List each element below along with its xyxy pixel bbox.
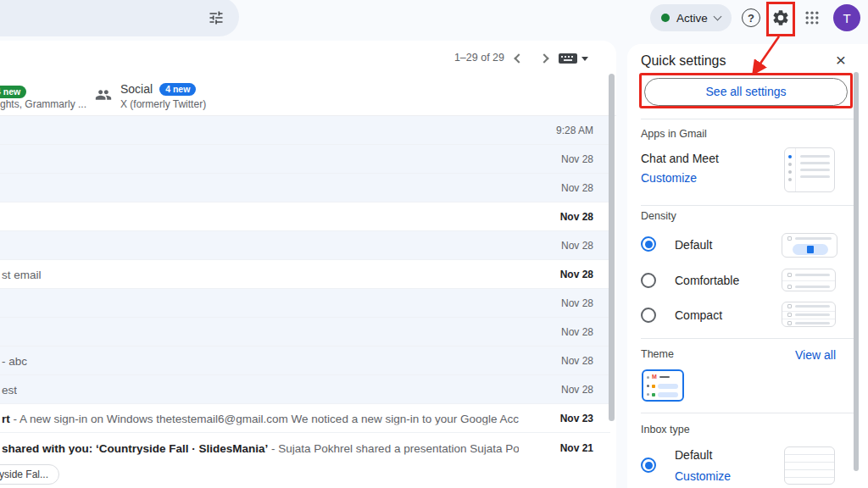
older-page-button[interactable]: [537, 51, 553, 66]
inbox-default-label[interactable]: Default: [675, 448, 712, 462]
quick-settings-panel: Quick settings × See all settings Apps i…: [627, 44, 868, 488]
doc-icon: [807, 246, 814, 253]
email-date: Nov 28: [561, 355, 593, 367]
inbox-tabs: 4 new ghts, Grammarly ... Social 4 new X…: [0, 76, 616, 116]
quick-settings-title: Quick settings: [641, 53, 726, 69]
divider: [641, 119, 854, 119]
tab-social-new-badge: 4 new: [159, 83, 196, 96]
input-tools-keyboard-icon[interactable]: [558, 52, 578, 65]
tab-updates-partial[interactable]: 4 new: [0, 83, 26, 98]
chevron-right-icon: [539, 53, 548, 63]
inbox-customize-link[interactable]: Customize: [675, 469, 731, 483]
tab-new-badge: 4 new: [0, 86, 26, 98]
tune-filters-icon[interactable]: [208, 9, 225, 26]
app-icon-mini: [652, 393, 655, 396]
email-row[interactable]: Nov 28: [0, 318, 610, 347]
close-icon[interactable]: ×: [829, 48, 853, 72]
density-comfortable-thumbnail[interactable]: [782, 269, 836, 291]
tab-social-label: Social: [120, 82, 153, 96]
pagination-range: 1–29 of 29: [414, 52, 504, 64]
panel-scrollbar[interactable]: [854, 72, 859, 471]
chevron-down-icon: [713, 13, 721, 21]
chat-status-selector[interactable]: Active: [650, 4, 732, 31]
status-label: Active: [676, 12, 708, 25]
email-row[interactable]: st emailNov 28: [0, 260, 610, 289]
email-date: Nov 28: [561, 240, 593, 252]
email-list-scrollbar[interactable]: [609, 74, 615, 421]
chat-and-meet-label: Chat and Meet: [641, 152, 719, 165]
density-default-thumbnail[interactable]: [782, 233, 837, 258]
inbox-default-thumbnail[interactable]: [784, 446, 835, 485]
tab-updates-subtitle: ghts, Grammarly ...: [0, 98, 86, 110]
radio-density-comfortable[interactable]: [641, 273, 656, 288]
email-row[interactable]: 9:28 AM: [0, 116, 610, 145]
gmail-logo-mini: M: [652, 374, 657, 380]
search-bar[interactable]: [0, 0, 239, 36]
tab-social[interactable]: Social 4 new: [120, 82, 196, 96]
newer-page-button[interactable]: [509, 51, 525, 66]
divider: [641, 338, 854, 339]
apps-in-gmail-section-label: Apps in Gmail: [641, 128, 707, 140]
density-section-label: Density: [641, 210, 676, 222]
email-date: Nov 28: [561, 384, 593, 396]
email-row[interactable]: shared with you: ‘Countryside Fall · Sli…: [0, 433, 610, 488]
radio-density-default[interactable]: [641, 236, 656, 252]
email-date: Nov 28: [560, 269, 593, 280]
chat-meet-preview-thumbnail[interactable]: [784, 147, 835, 192]
email-date: Nov 28: [561, 182, 593, 194]
email-row[interactable]: rt - A new sign-in on Windows thetestema…: [0, 404, 610, 433]
thumbnail-rail: [785, 148, 796, 191]
pencil-icon-mini: [652, 385, 655, 388]
divider: [641, 413, 854, 413]
theme-light-thumbnail-selected[interactable]: M: [642, 369, 684, 402]
email-row[interactable]: Nov 28: [0, 289, 610, 318]
density-default-label[interactable]: Default: [675, 238, 712, 252]
density-compact-thumbnail[interactable]: [782, 302, 836, 327]
email-date: Nov 23: [560, 413, 593, 424]
selected-row-preview: [793, 244, 828, 255]
thumbnail-lines: [796, 148, 834, 191]
email-date: Nov 21: [560, 442, 593, 454]
email-list-pane: 1–29 of 29 4 new ghts, Grammarly ... Soc…: [0, 41, 616, 488]
apps-customize-link[interactable]: Customize: [641, 171, 697, 185]
tab-social-subtitle: X (formerly Twitter): [120, 98, 206, 110]
email-row[interactable]: Nov 28: [0, 202, 610, 231]
email-row[interactable]: Nov 28: [0, 231, 610, 260]
inbox-type-section-label: Inbox type: [641, 424, 690, 435]
attachment-chip[interactable]: yside Fal...: [0, 464, 59, 485]
radio-density-compact[interactable]: [641, 308, 656, 323]
people-icon: [95, 86, 112, 103]
density-compact-label[interactable]: Compact: [675, 308, 722, 322]
email-date: Nov 28: [560, 211, 593, 223]
annotation-box-gear: [766, 2, 795, 36]
theme-view-all-link[interactable]: View all: [795, 348, 836, 362]
chevron-left-icon: [514, 53, 523, 63]
email-row[interactable]: Nov 28: [0, 145, 610, 174]
email-date: Nov 28: [561, 153, 593, 165]
google-apps-grid-icon[interactable]: [804, 9, 821, 26]
divider: [641, 205, 854, 206]
email-row[interactable]: Nov 28: [0, 174, 610, 202]
input-tools-dropdown-caret[interactable]: [581, 57, 588, 61]
radio-inbox-default[interactable]: [641, 458, 656, 473]
help-button[interactable]: ?: [742, 8, 760, 27]
theme-section-label: Theme: [641, 348, 674, 360]
email-row[interactable]: - abcNov 28: [0, 347, 610, 375]
density-comfortable-label[interactable]: Comfortable: [675, 274, 739, 287]
email-row[interactable]: estNov 28: [0, 375, 610, 404]
email-date: Nov 28: [561, 297, 593, 309]
annotation-box-see-all-settings: [639, 73, 853, 108]
email-date: 9:28 AM: [556, 125, 593, 136]
email-date: Nov 28: [561, 326, 593, 338]
active-status-dot: [661, 14, 670, 22]
account-avatar[interactable]: T: [833, 4, 860, 31]
